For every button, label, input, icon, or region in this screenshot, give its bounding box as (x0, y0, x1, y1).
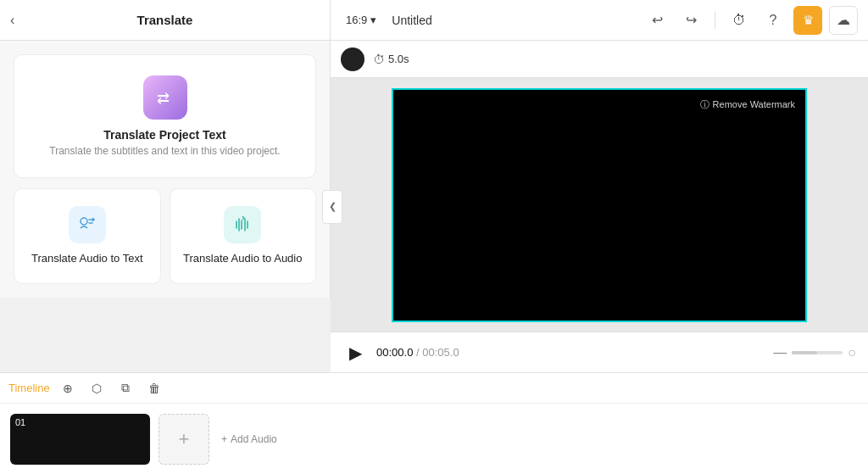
cloud-icon: ☁ (837, 12, 850, 28)
timeline-toolbar: Timeline ⊕ ⬡ ⧉ 🗑 (0, 373, 868, 404)
panel-title: Translate (137, 13, 193, 27)
volume-dot-icon: ○ (848, 345, 856, 360)
translate-audio-to-text-card[interactable]: Translate Audio to Text (14, 188, 161, 284)
timeline-delete-button[interactable]: 🗑 (143, 377, 165, 399)
timer-icon: ⏱ (373, 53, 385, 66)
right-panel: ⏱ 5.0s ⓘ Remove Watermark ▶ 00:00.0 / 00… (331, 41, 868, 372)
cloud-button[interactable]: ☁ (829, 6, 858, 35)
clip-label: 01 (15, 417, 25, 427)
add-clip-icon: + (179, 428, 190, 450)
watermark-icon: ⓘ (700, 98, 709, 111)
add-audio-label: Add Audio (231, 433, 277, 445)
video-clip[interactable]: 01 (10, 414, 150, 465)
translate-project-text-title: Translate Project Text (103, 128, 225, 142)
translate-audio-to-text-title: Translate Audio to Text (31, 252, 143, 266)
history-button[interactable]: ⏱ (726, 7, 753, 34)
chevron-down-icon: ▾ (370, 14, 376, 26)
undo-button[interactable]: ↩ (643, 7, 670, 34)
crown-button[interactable]: ♛ (793, 6, 822, 35)
svg-point-1 (81, 218, 87, 225)
toolbar-separator (715, 12, 715, 29)
redo-button[interactable]: ↪ (677, 7, 704, 34)
aspect-ratio-button[interactable]: 16:9 ▾ (341, 10, 381, 30)
add-clip-button[interactable]: + (159, 414, 209, 465)
video-preview-area: ⓘ Remove Watermark (331, 78, 868, 332)
translate-project-text-desc: Translate the subtitles and text in this… (49, 145, 280, 157)
timeline-add-button[interactable]: ⊕ (57, 377, 79, 399)
color-pick-button[interactable] (341, 47, 364, 71)
timeline-split-button[interactable]: ⬡ (86, 377, 108, 399)
time-current: 00:00.0 (376, 346, 413, 359)
left-panel: ⇄ Translate Project Text Translate the s… (0, 41, 331, 298)
play-button[interactable]: ▶ (342, 340, 368, 365)
collapse-panel-button[interactable]: ❮ (322, 190, 342, 224)
help-button[interactable]: ? (760, 7, 787, 34)
top-bar: ‹ Translate 16:9 ▾ Untitled ↩ ↪ ⏱ ? ♛ ☁ (0, 0, 868, 41)
timeline-duplicate-button[interactable]: ⧉ (114, 377, 136, 399)
video-controls: ▶ 00:00.0 / 00:05.0 — ○ (331, 332, 868, 372)
timeline-content: 01 + + Add Audio (0, 404, 868, 474)
timer-value: 5.0s (388, 53, 409, 65)
translate-project-text-card[interactable]: ⇄ Translate Project Text Translate the s… (14, 54, 316, 178)
timeline-label: Timeline (8, 382, 50, 394)
translate-audio-to-audio-title: Translate Audio to Audio (183, 252, 302, 266)
main-content: ⇄ Translate Project Text Translate the s… (0, 41, 868, 372)
translate-audio-to-text-icon (69, 206, 106, 243)
crown-icon: ♛ (803, 13, 814, 28)
translate-audio-to-audio-icon (224, 206, 261, 243)
translate-audio-to-audio-card[interactable]: Translate Audio to Audio (170, 188, 317, 284)
video-toolbar: ⏱ 5.0s (331, 41, 868, 78)
svg-text:⇄: ⇄ (157, 90, 170, 107)
volume-fill (792, 351, 817, 354)
aspect-ratio-label: 16:9 (346, 14, 367, 26)
volume-area: — ○ (773, 345, 856, 360)
video-canvas[interactable]: ⓘ Remove Watermark (392, 88, 807, 322)
document-title: Untitled (392, 14, 431, 27)
add-audio-button[interactable]: + Add Audio (221, 433, 277, 445)
watermark-text: Remove Watermark (713, 99, 795, 109)
watermark-label[interactable]: ⓘ Remove Watermark (700, 98, 795, 111)
top-bar-left: ‹ Translate (0, 0, 331, 40)
time-total: 00:05.0 (422, 346, 459, 359)
time-display: 00:00.0 / 00:05.0 (376, 346, 459, 359)
back-button[interactable]: ‹ (10, 13, 14, 28)
translate-project-text-icon: ⇄ (143, 75, 187, 120)
volume-minus-icon: — (773, 345, 787, 360)
bottom-timeline: Timeline ⊕ ⬡ ⧉ 🗑 01 + + Add Audio (0, 372, 868, 474)
volume-bar[interactable] (792, 351, 843, 354)
collapse-icon: ❮ (329, 201, 337, 212)
add-audio-icon: + (221, 433, 227, 445)
small-cards-row: Translate Audio to Text (14, 188, 316, 284)
top-bar-right: 16:9 ▾ Untitled ↩ ↪ ⏱ ? ♛ ☁ (331, 6, 868, 35)
timer-display: ⏱ 5.0s (373, 53, 409, 66)
left-panel-wrapper: ⇄ Translate Project Text Translate the s… (0, 41, 331, 372)
